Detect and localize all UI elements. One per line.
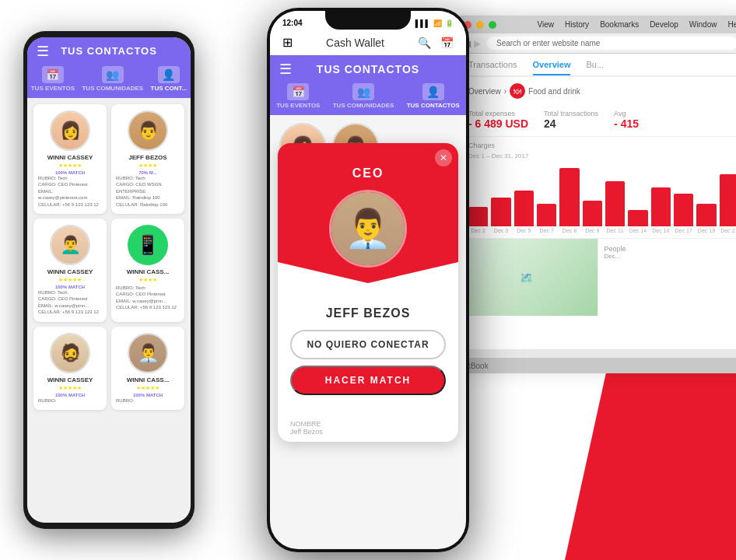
wifi-icon: 📶	[433, 19, 442, 27]
avatar-face-6: 👨‍💼	[129, 334, 166, 372]
stars-1: ★★★★★	[38, 163, 102, 169]
map-icon: 🗺️	[520, 271, 533, 284]
chart-label-11: Dec 21	[720, 228, 736, 233]
chart-labels: Dec 2Dec 3Dec 5Dec 7Dec 8Dec 9Dec 11Dec …	[468, 228, 736, 233]
chart-label-3: Dec 7	[537, 228, 556, 233]
menu-view[interactable]: View	[538, 20, 555, 29]
contact-card-3[interactable]: 👨‍🦱 WINNI CASSEY ★★★★★ 100% MATCH RUBRO:…	[33, 219, 107, 322]
search-icon[interactable]: 🔍	[418, 37, 431, 49]
profile-footer-label: NOMBRE	[290, 420, 446, 428]
time-display: 12:04	[282, 19, 303, 27]
left-phone: ☰ TUS CONTACTOS 📅 TUS EVENTOS 👥 TUS COMU…	[23, 31, 195, 529]
center-tab-eventos[interactable]: 📅 TUS EVENTOS	[276, 83, 320, 109]
contact-card-1[interactable]: 👩 WINNI CASSEY ★★★★★ 100% MATCH RUBRO: T…	[33, 104, 107, 214]
center-contactos-icon: 👤	[422, 83, 444, 100]
stars-6: ★★★★★	[116, 385, 180, 391]
browser-titlebar: View History Bookmarks Develop Window He…	[456, 16, 736, 33]
center-tabs: 📅 TUS EVENTOS 👥 TUS COMUNIDADES 👤 TUS CO…	[270, 80, 466, 115]
chart-label-4: Dec 8	[559, 228, 579, 233]
contact-name-2: JEFF BEZOS	[116, 154, 180, 161]
breadcrumb-separator: ›	[504, 87, 506, 96]
left-tab-eventos[interactable]: 📅 TUS EVENTOS	[31, 66, 75, 92]
menu-window[interactable]: Window	[689, 20, 717, 29]
browser-bottom: 🗺️ People Dec...	[456, 238, 736, 316]
forward-icon[interactable]: ▶	[474, 38, 481, 49]
maximize-dot[interactable]	[489, 21, 496, 29]
hacer-match-button[interactable]: HACER MATCH	[290, 366, 446, 395]
people-section: People Dec...	[598, 239, 737, 316]
profile-card-footer: NOMBRE Jeff Bezos	[278, 414, 458, 442]
bar-1	[491, 198, 510, 227]
menu-help[interactable]: Help	[727, 20, 736, 29]
contact-card-5[interactable]: 🧔 WINNI CASSEY ★★★★★ 100% MATCH RUBRO:	[33, 327, 107, 410]
stats-row: Total expenses - 6 489 USD Total transac…	[456, 105, 736, 137]
stat-avg-label: Avg	[614, 110, 639, 117]
browser-window: View History Bookmarks Develop Window He…	[456, 16, 736, 358]
hamburger-icon[interactable]: ☰	[37, 43, 49, 60]
info-4: RUBRO: Tech CARGO: CEO Pinterest EMAIL: …	[116, 285, 180, 311]
avatar-5: 🧔	[50, 333, 90, 373]
center-tab-contactos[interactable]: 👤 TUS CONTACTOS	[407, 83, 460, 109]
stat-expenses-value: - 6 489 USD	[468, 117, 528, 130]
left-tab-comunidades[interactable]: 👥 TUS COMUNIDADES	[82, 66, 143, 92]
tab-budget[interactable]: Bu...	[586, 60, 604, 75]
breadcrumb-category[interactable]: Food and drink	[528, 87, 580, 96]
contact-card-4[interactable]: 📱 WINNI CASS... ★★★★ RUBRO: Tech CARGO: …	[111, 219, 184, 322]
center-hamburger-icon[interactable]: ☰	[279, 61, 292, 78]
chart-label-1: Dec 3	[491, 228, 510, 233]
menu-bookmarks[interactable]: Bookmarks	[600, 20, 639, 29]
macbook-base: MacBook	[456, 358, 736, 373]
info-6: RUBRO:	[116, 397, 180, 404]
browser-menu: View History Bookmarks Develop Window He…	[538, 20, 737, 29]
center-nav-bar: ⊞ Cash Wallet 🔍 📅	[270, 30, 466, 55]
left-app-header: ☰ TUS CONTACTOS	[27, 37, 191, 63]
stat-transactions-value: 24	[544, 117, 598, 130]
contact-name-5: WINNI CASSEY	[38, 376, 102, 383]
breadcrumb-root[interactable]: Overview	[468, 87, 501, 96]
chart-label-0: Dec 2	[468, 228, 488, 233]
stars-3: ★★★★★	[38, 277, 102, 283]
bar-9	[674, 194, 693, 226]
bar-4	[559, 168, 579, 226]
contact-card-2[interactable]: 👨 JEFF BEZOS ★★★★ 70% M... RUBRO: Tech C…	[111, 104, 184, 214]
stat-transactions-label: Total transactions	[544, 110, 598, 117]
bar-5	[583, 201, 602, 226]
chart-label-10: Dec 19	[696, 228, 716, 233]
minimize-dot[interactable]	[476, 21, 484, 29]
bar-7	[628, 210, 647, 226]
profile-face: 👨‍💼	[331, 192, 405, 265]
bar-0	[468, 207, 488, 226]
bar-2	[514, 191, 534, 226]
contact-card-6[interactable]: 👨‍💼 WINNI CASS... ★★★★★ 100% MATCH RUBRO…	[111, 327, 184, 410]
bar-11	[720, 174, 736, 226]
people-sublabel: Dec...	[605, 253, 737, 260]
avatar-1: 👩	[50, 110, 90, 151]
map-placeholder: 🗺️	[456, 239, 598, 316]
contact-name-1: WINNI CASSEY	[38, 154, 102, 161]
grid-icon[interactable]: ⊞	[282, 35, 293, 50]
center-tab-comunidades[interactable]: 👥 TUS COMUNIDADES	[333, 83, 394, 109]
people-label: People	[605, 245, 737, 253]
profile-close-button[interactable]: ✕	[435, 149, 452, 166]
calendar-icon[interactable]: 📅	[440, 37, 454, 49]
stat-transactions: Total transactions 24	[544, 110, 598, 130]
chart-label-2: Dec 5	[514, 228, 534, 233]
eventos-icon: 📅	[42, 66, 64, 83]
no-connect-button[interactable]: NO QUIERO CONECTAR	[290, 330, 446, 359]
tab-overview[interactable]: Overview	[533, 60, 571, 75]
menu-history[interactable]: History	[565, 20, 589, 29]
contact-name-6: WINNI CASS...	[116, 376, 180, 383]
menu-develop[interactable]: Develop	[650, 20, 678, 29]
left-tab-eventos-label: TUS EVENTOS	[31, 85, 75, 92]
avatar-face-1: 👩	[51, 112, 89, 149]
info-2: RUBRO: Tech CARGO: CEO WSGN ENTERPRISE E…	[116, 175, 180, 208]
tab-transactions[interactable]: Transactions	[468, 60, 517, 75]
left-tab-contactos[interactable]: 👤 TUS CONT...	[151, 66, 188, 92]
bar-8	[651, 187, 671, 226]
profile-footer-value: Jeff Bezos	[290, 428, 446, 436]
browser-content: Transactions Overview Bu... Overview › 🍽…	[456, 54, 736, 349]
bar-chart	[468, 164, 736, 226]
chart-title: Charges	[468, 142, 736, 149]
avatar-face-5: 🧔	[51, 334, 89, 372]
url-input[interactable]: Search or enter website name	[487, 37, 736, 50]
